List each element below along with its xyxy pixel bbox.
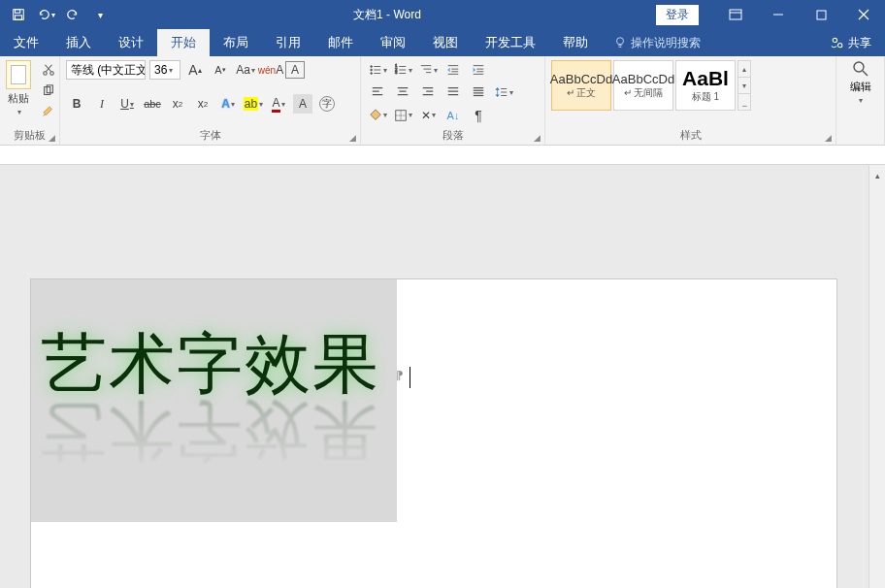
paragraph-dialog-launcher[interactable]: ◢: [534, 133, 541, 143]
shrink-font-button[interactable]: A▾: [210, 60, 231, 80]
group-styles: AaBbCcDd ↵ 正文 AaBbCcDd ↵ 无间隔 AaBl 标题 1 ▴…: [545, 56, 836, 145]
tab-mailings[interactable]: 邮件: [314, 29, 367, 56]
show-hide-button[interactable]: ¶: [468, 106, 489, 125]
page[interactable]: 艺术字效果 艺术字效果: [31, 279, 836, 588]
svg-rect-1: [16, 10, 20, 14]
increase-indent-button[interactable]: [468, 60, 489, 80]
text-effects-button[interactable]: A▾: [217, 94, 239, 114]
scroll-up-button[interactable]: ▴: [872, 171, 883, 180]
styles-gallery-more[interactable]: ▴▾⎯: [738, 60, 751, 111]
paste-button[interactable]: 粘贴 ▾: [6, 60, 31, 116]
maximize-button[interactable]: [800, 0, 842, 29]
title-bar: ▾ ▾ 文档1 - Word 登录: [0, 0, 885, 29]
tab-view[interactable]: 视图: [419, 29, 472, 56]
align-left-button[interactable]: [367, 82, 388, 102]
font-color-button[interactable]: A▾: [268, 94, 289, 114]
numbering-button[interactable]: 123▾: [392, 60, 413, 80]
ribbon-display-button[interactable]: [714, 0, 757, 29]
style-normal[interactable]: AaBbCcDd ↵ 正文: [551, 60, 611, 111]
text-cursor: [410, 367, 410, 388]
bold-button[interactable]: B: [66, 94, 87, 114]
distributed-button[interactable]: [468, 82, 489, 102]
format-painter-button[interactable]: [39, 103, 58, 122]
editing-label: 编辑: [850, 80, 871, 94]
change-case-button[interactable]: Aa▾: [235, 60, 256, 80]
group-paragraph-label: 段落: [442, 129, 464, 141]
svg-rect-5: [817, 11, 826, 19]
tab-file[interactable]: 文件: [0, 29, 52, 56]
clipboard-dialog-launcher[interactable]: ◢: [49, 133, 55, 143]
strikethrough-button[interactable]: abc: [142, 94, 163, 114]
tab-developer[interactable]: 开发工具: [472, 29, 549, 56]
group-editing: 编辑 ▾: [836, 56, 885, 145]
character-border-button[interactable]: A: [285, 61, 305, 79]
minimize-button[interactable]: [757, 0, 800, 29]
find-button[interactable]: 编辑 ▾: [842, 60, 878, 105]
grow-font-button[interactable]: A▴: [184, 60, 206, 80]
wordart-reflection: 艺术字效果: [41, 386, 380, 474]
font-name-combo[interactable]: 等线 (中文正文)▾: [66, 60, 146, 80]
borders-button[interactable]: ▾: [392, 106, 413, 125]
group-font: 等线 (中文正文)▾ 36▾ A▴ A▾ Aa▾ wénA A B I U▾ a…: [60, 56, 361, 145]
character-shading-button[interactable]: A: [293, 94, 312, 114]
group-font-label: 字体: [200, 129, 221, 141]
redo-button[interactable]: [62, 4, 83, 25]
svg-point-17: [370, 69, 372, 71]
align-center-button[interactable]: [392, 82, 413, 102]
font-size-combo[interactable]: 36▾: [149, 60, 180, 80]
group-clipboard: 粘贴 ▾ 剪贴板◢: [0, 56, 60, 145]
paste-label: 粘贴: [8, 91, 29, 106]
subscript-button[interactable]: x2: [167, 94, 188, 114]
highlight-button[interactable]: ab▾: [243, 94, 264, 114]
justify-button[interactable]: [442, 82, 464, 102]
save-button[interactable]: [8, 4, 29, 25]
superscript-button[interactable]: x2: [192, 94, 213, 114]
svg-rect-2: [16, 16, 22, 19]
svg-point-9: [833, 38, 836, 42]
share-button[interactable]: 共享: [817, 35, 885, 51]
ruler[interactable]: [0, 146, 885, 165]
svg-point-11: [44, 72, 48, 76]
ribbon-tabs: 文件 插入 设计 开始 布局 引用 邮件 审阅 视图 开发工具 帮助 操作说明搜…: [0, 29, 885, 56]
shading-button[interactable]: ▾: [367, 106, 388, 125]
ribbon: 粘贴 ▾ 剪贴板◢ 等线 (中文正文)▾ 36▾ A▴ A▾ Aa▾ wénA …: [0, 56, 885, 146]
tab-references[interactable]: 引用: [262, 29, 314, 56]
font-dialog-launcher[interactable]: ◢: [349, 133, 356, 143]
underline-button[interactable]: U▾: [116, 94, 138, 114]
phonetic-guide-button[interactable]: wénA: [260, 60, 281, 80]
multilevel-list-button[interactable]: ▾: [417, 60, 439, 80]
tell-me-label: 操作说明搜索: [631, 35, 701, 51]
wordart-object[interactable]: 艺术字效果 艺术字效果: [31, 279, 397, 522]
tab-design[interactable]: 设计: [105, 29, 157, 56]
svg-point-12: [50, 72, 54, 76]
asian-layout-button[interactable]: ✕▾: [417, 106, 439, 125]
tab-layout[interactable]: 布局: [210, 29, 262, 56]
tab-help[interactable]: 帮助: [549, 29, 602, 56]
tell-me-search[interactable]: 操作说明搜索: [602, 35, 712, 51]
style-no-spacing[interactable]: AaBbCcDd ↵ 无间隔: [613, 60, 673, 111]
tab-insert[interactable]: 插入: [52, 29, 105, 56]
qat-customize-button[interactable]: ▾: [89, 4, 111, 25]
undo-button[interactable]: ▾: [35, 4, 56, 25]
document-area: 艺术字效果 艺术字效果 ▴: [0, 165, 885, 588]
copy-button[interactable]: [39, 82, 58, 101]
svg-point-10: [837, 43, 841, 47]
window-controls: 登录: [656, 0, 885, 29]
login-button[interactable]: 登录: [656, 5, 699, 25]
line-spacing-button[interactable]: ▾: [493, 82, 514, 102]
enclose-characters-button[interactable]: 字: [316, 94, 338, 114]
close-button[interactable]: [842, 0, 885, 29]
bullets-button[interactable]: ▾: [367, 60, 388, 80]
window-title: 文档1 - Word: [118, 7, 656, 23]
italic-button[interactable]: I: [91, 94, 113, 114]
decrease-indent-button[interactable]: [442, 60, 464, 80]
vertical-scrollbar[interactable]: ▴: [869, 165, 885, 588]
cut-button[interactable]: [39, 60, 58, 80]
tab-review[interactable]: 审阅: [367, 29, 419, 56]
align-right-button[interactable]: [417, 82, 439, 102]
sort-button[interactable]: A↓: [442, 106, 464, 125]
tab-home[interactable]: 开始: [157, 29, 210, 56]
style-heading-1[interactable]: AaBl 标题 1: [675, 60, 736, 111]
styles-dialog-launcher[interactable]: ◢: [825, 133, 832, 143]
svg-point-19: [370, 73, 372, 75]
